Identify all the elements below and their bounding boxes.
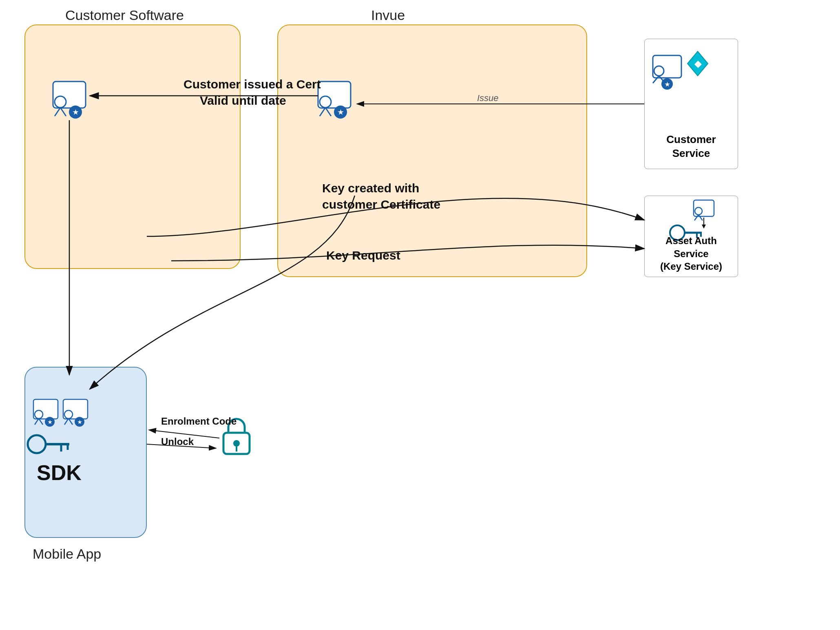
mobile-app-label: Mobile App <box>33 546 101 562</box>
svg-marker-13 <box>702 225 706 229</box>
invue-label: Invue <box>371 7 405 23</box>
customer-service-label: Customer Service <box>645 133 738 161</box>
asset-auth-box: Asset Auth Service (Key Service) <box>644 196 738 277</box>
customer-service-box: ★ ◆ Customer Service <box>644 39 738 169</box>
svg-rect-51 <box>223 433 250 454</box>
key-created-label-1: Key created with <box>322 181 419 195</box>
key-created-label-2: customer Certificate <box>322 198 440 211</box>
svg-text:◆: ◆ <box>694 59 702 69</box>
customer-software-box <box>24 24 241 269</box>
svg-point-1 <box>654 66 664 76</box>
svg-point-9 <box>695 207 702 215</box>
unlock-label: Unlock <box>161 436 194 447</box>
customer-software-label: Customer Software <box>65 7 184 23</box>
customer-issued-cert-label-1: Customer issued a Cert <box>183 77 321 91</box>
svg-point-52 <box>233 440 240 447</box>
asset-auth-label: Asset Auth Service (Key Service) <box>645 234 738 273</box>
diagram-container: ★ ◆ Customer Service Asset Auth Servi <box>0 0 840 630</box>
enrolment-code-label: Enrolment Code <box>161 416 237 427</box>
invue-box <box>277 24 587 277</box>
customer-issued-cert-label-2: Valid until date <box>200 94 286 108</box>
svg-text:★: ★ <box>665 81 670 88</box>
sdk-label: SDK <box>37 460 82 485</box>
mobile-app-box <box>24 367 147 538</box>
key-request-label: Key Request <box>326 249 400 262</box>
